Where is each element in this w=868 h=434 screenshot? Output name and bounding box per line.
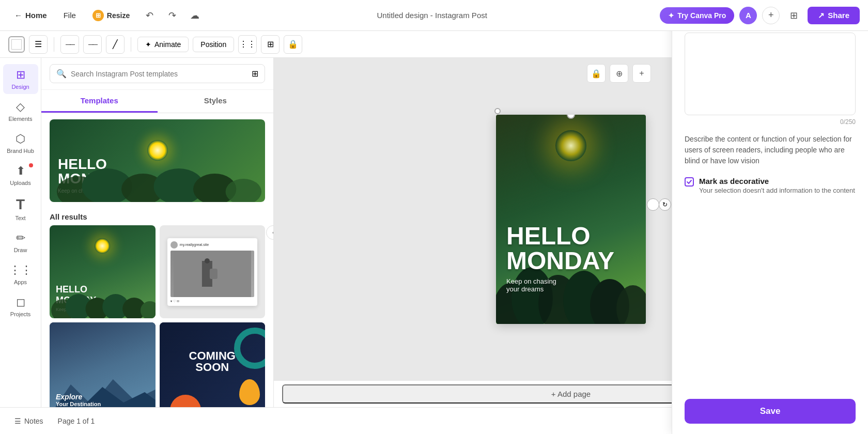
tab-templates[interactable]: Templates [41, 90, 158, 113]
animate-label: Animate [154, 40, 181, 49]
canvas-monday: MONDAY [506, 249, 614, 273]
result-card-1[interactable]: HELLO MONDAY Keep on chasing your dreams [50, 225, 156, 318]
undo-button[interactable]: ↶ [140, 6, 159, 25]
share-icon: ↗ [818, 11, 825, 20]
sidebar: ⊞ Design ◇ Elements ⬡ Brand Hub ⬆ Upload… [0, 58, 41, 407]
result-card-2[interactable]: my.reallygreat.site [160, 225, 266, 318]
animate-button[interactable]: ✦ Animate [137, 37, 189, 52]
results-grid: HELLO MONDAY Keep on chasing your dreams… [41, 225, 273, 407]
canvas-text-overlay: HELLO MONDAY Keep on chasingyour dreams [506, 224, 614, 293]
file-button[interactable]: File [57, 8, 82, 23]
share-button[interactable]: ↗ Share [808, 7, 860, 24]
redo-button[interactable]: ↷ [163, 6, 181, 25]
resize-handle-right[interactable] [647, 198, 659, 211]
chart-button[interactable]: ⊞ [785, 7, 802, 24]
sidebar-label-brand-hub: Brand Hub [7, 148, 34, 154]
notes-button[interactable]: ☰ Notes [8, 414, 50, 428]
sidebar-item-apps[interactable]: ⋮⋮ Apps [3, 259, 38, 289]
canvas-background: HELLO MONDAY Keep on chasingyour dreams [496, 115, 646, 324]
try-pro-label: Try Canva Pro [677, 11, 726, 20]
home-button[interactable]: ← Home [8, 8, 53, 23]
featured-template[interactable]: HELLO MONDAY Keep on chasing your dreams [41, 113, 273, 206]
result-card-4[interactable]: COMING SOON [160, 322, 266, 407]
svg-rect-15 [210, 269, 218, 279]
templates-panel: 🔍 ⊞ Templates Styles [41, 58, 274, 407]
sidebar-label-draw: Draw [14, 247, 27, 253]
alt-textarea[interactable] [685, 58, 856, 115]
notes-label: Notes [24, 417, 43, 425]
top-center: Untitled design - Instagram Post [210, 11, 654, 20]
color-swatch[interactable] [8, 36, 25, 53]
position-button[interactable]: Position [193, 37, 234, 52]
line-icon2[interactable]: —— [83, 35, 102, 54]
refresh-handle[interactable]: ↻ [659, 198, 671, 211]
mockup-photo-svg [171, 251, 254, 297]
elements-icon: ◇ [16, 100, 25, 114]
sidebar-label-apps: Apps [14, 279, 27, 285]
search-input[interactable] [71, 70, 247, 78]
plus-button[interactable]: + [762, 7, 780, 24]
sidebar-item-projects[interactable]: ◻ Projects [3, 291, 38, 321]
svg-rect-14 [205, 258, 210, 264]
card3-text: Explore Your Destination [56, 393, 101, 407]
sidebar-label-elements: Elements [9, 116, 33, 122]
alt-description: Describe the content or function of your… [685, 134, 856, 166]
avatar[interactable]: A [739, 7, 757, 24]
cloud-button[interactable]: ☁ [185, 6, 204, 25]
separator2 [131, 37, 131, 52]
diagonal-icon[interactable]: ╱ [106, 35, 125, 54]
separator1 [54, 37, 54, 52]
yellow-shape [239, 379, 260, 405]
page-indicator: Page 1 of 1 [58, 417, 95, 425]
alt-counter: 0/250 [685, 118, 856, 126]
checkbox-label-area: Mark as decorative Your selection doesn'… [699, 177, 855, 194]
resize-button[interactable]: ⊞ Resize [86, 7, 136, 24]
canvas-sub: Keep on chasingyour dreams [506, 277, 614, 293]
search-box[interactable]: 🔍 ⊞ [50, 64, 265, 83]
mark-decorative-checkbox[interactable] [685, 177, 694, 187]
line-icon1[interactable]: —— [60, 35, 79, 54]
try-pro-button[interactable]: ✦ Try Canva Pro [660, 7, 734, 24]
align-icon[interactable]: ⊞ [261, 35, 280, 54]
apps-icon: ⋮⋮ [9, 264, 32, 277]
sidebar-item-elements[interactable]: ◇ Elements [3, 96, 38, 126]
sidebar-item-uploads[interactable]: ⬆ Uploads [3, 160, 38, 190]
mockup-photo [171, 251, 254, 297]
card4-text: COMING SOON [189, 350, 236, 373]
text-icon: T [16, 196, 25, 213]
star-icon: ✦ [668, 11, 674, 20]
save-button[interactable]: Save [685, 399, 856, 407]
top-bar-left: ← Home File ⊞ Resize ↶ ↷ ☁ [8, 6, 204, 25]
panel-tabs: Templates Styles [41, 90, 273, 113]
tab-styles[interactable]: Styles [158, 90, 274, 113]
mockup-card: my.reallygreat.site [167, 238, 257, 306]
sidebar-item-brand-hub[interactable]: ⬡ Brand Hub [3, 128, 38, 158]
panel-content: HELLO MONDAY Keep on chasing your dreams… [41, 113, 273, 407]
notes-icon: ☰ [14, 417, 21, 425]
result-card-3[interactable]: Explore Your Destination [50, 322, 156, 407]
sidebar-item-draw[interactable]: ✏ Draw [3, 227, 38, 257]
grid-icon[interactable]: ☰ [29, 35, 48, 54]
sidebar-label-text: Text [15, 215, 25, 221]
rotation-handle[interactable] [494, 108, 501, 114]
sidebar-label-design: Design [11, 84, 29, 90]
sidebar-item-design[interactable]: ⊞ Design [3, 64, 38, 94]
top-right: ✦ Try Canva Pro A + ⊞ ↗ Share [660, 7, 860, 24]
uploads-icon: ⬆ [16, 164, 25, 178]
checkbox-check-icon [686, 179, 692, 185]
card1-sun [95, 238, 110, 254]
lock-icon[interactable]: 🔒 [284, 35, 302, 54]
dots-icon[interactable]: ⋮⋮ [238, 35, 257, 54]
sidebar-item-text[interactable]: T Text [3, 192, 38, 225]
mockup-username: my.reallygreat.site [180, 243, 209, 246]
design-canvas[interactable]: HELLO MONDAY Keep on chasingyour dreams [496, 115, 646, 324]
back-arrow-icon: ← [14, 11, 22, 20]
filter-icon[interactable]: ⊞ [252, 69, 258, 79]
card2-bg: my.reallygreat.site [160, 225, 266, 318]
teal-arc [234, 328, 265, 369]
sidebar-label-uploads: Uploads [10, 180, 30, 186]
card3-bg: Explore Your Destination [50, 322, 156, 407]
card4-coming: COMING [189, 350, 236, 362]
sun-decoration [147, 140, 168, 161]
uploads-notification [29, 163, 33, 167]
